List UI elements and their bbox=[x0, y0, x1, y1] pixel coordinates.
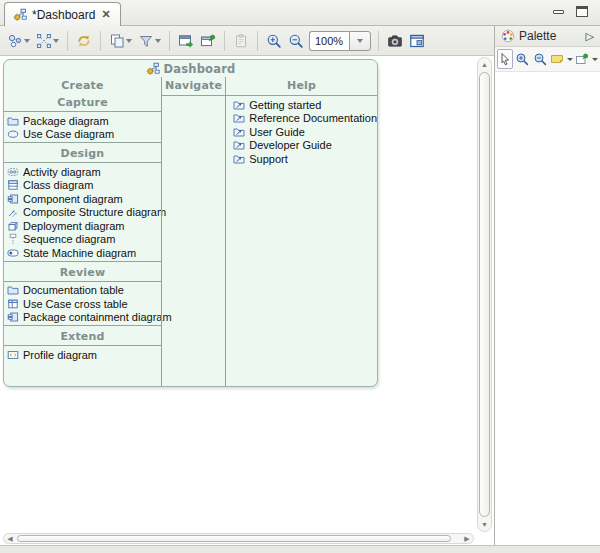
create-item-activity-diagram[interactable]: Activity diagram bbox=[4, 165, 161, 179]
image-tool-menu-icon[interactable] bbox=[592, 58, 598, 61]
paste-button bbox=[230, 29, 252, 53]
create-item-deployment-diagram[interactable]: Deployment diagram bbox=[4, 219, 161, 233]
new-diagram-menu-icon[interactable] bbox=[24, 39, 30, 43]
palette-zoom-out-tool[interactable] bbox=[532, 49, 548, 69]
column-header-help: Help bbox=[226, 77, 377, 95]
related-elements-button[interactable] bbox=[33, 29, 55, 53]
create-item-use-case-cross-table[interactable]: Use Case cross table bbox=[4, 297, 161, 311]
export-as-image-button[interactable] bbox=[175, 29, 197, 53]
column-create: Create Capture Package diagram Use bbox=[4, 77, 161, 386]
create-item-documentation-table[interactable]: Documentation table bbox=[4, 284, 161, 298]
switch-representation-icon bbox=[76, 33, 92, 49]
dashboard-panel: Dashboard Create Capture Package diagram bbox=[3, 59, 378, 387]
help-item-developer-guide[interactable]: Developer Guide bbox=[230, 139, 377, 153]
new-diagram-button[interactable] bbox=[4, 29, 26, 53]
zoom-out-button[interactable] bbox=[285, 29, 307, 53]
help-item-user-guide[interactable]: User Guide bbox=[230, 125, 377, 139]
create-item-sequence-diagram[interactable]: Sequence diagram bbox=[4, 233, 161, 247]
zoom-out-icon bbox=[288, 33, 304, 49]
class-diagram-icon bbox=[7, 179, 19, 191]
section-divider bbox=[4, 261, 161, 262]
vertical-scrollbar-thumb[interactable] bbox=[479, 72, 490, 517]
scroll-left-icon[interactable]: ◀ bbox=[4, 534, 16, 543]
horizontal-scrollbar-thumb[interactable] bbox=[17, 535, 451, 542]
create-item-use-case-diagram[interactable]: Use Case diagram bbox=[4, 128, 161, 142]
copy-appearance-button[interactable] bbox=[106, 29, 128, 53]
help-link-icon bbox=[233, 126, 245, 138]
composite-structure-diagram-icon bbox=[7, 206, 19, 218]
camera-icon bbox=[387, 33, 403, 49]
maximize-view-icon[interactable] bbox=[576, 6, 588, 17]
palette-icon bbox=[501, 29, 515, 43]
section-header-capture: Capture bbox=[4, 95, 161, 111]
zoom-in-icon bbox=[266, 33, 282, 49]
switch-representation-button[interactable] bbox=[73, 29, 95, 53]
snapshot-button[interactable] bbox=[384, 29, 406, 53]
section-divider bbox=[162, 95, 225, 96]
zoom-level-value[interactable]: 100% bbox=[309, 31, 349, 51]
related-elements-menu-icon[interactable] bbox=[53, 39, 59, 43]
note-icon bbox=[550, 52, 564, 66]
help-item-reference-documentation[interactable]: Reference Documentation bbox=[230, 112, 377, 126]
attach-image-button[interactable] bbox=[197, 29, 219, 53]
diagram-canvas[interactable]: Dashboard Create Capture Package diagram bbox=[0, 56, 494, 545]
section-header-extend: Extend bbox=[4, 329, 161, 345]
palette-zoom-in-tool[interactable] bbox=[514, 49, 530, 69]
component-diagram-icon bbox=[7, 193, 19, 205]
vertical-scrollbar[interactable]: ▲ ▼ bbox=[477, 57, 492, 532]
palette-header[interactable]: Palette ▷ bbox=[495, 26, 600, 47]
column-navigate: Navigate bbox=[161, 77, 225, 386]
scroll-down-icon[interactable]: ▼ bbox=[478, 518, 491, 531]
copy-appearance-icon bbox=[109, 33, 125, 49]
column-header-create: Create bbox=[4, 77, 161, 95]
tab-close-icon[interactable]: ✕ bbox=[100, 8, 111, 21]
tab-dashboard[interactable]: *Dashboard ✕ bbox=[4, 2, 121, 26]
create-item-state-machine-diagram[interactable]: State Machine diagram bbox=[4, 246, 161, 260]
create-item-profile-diagram[interactable]: Profile diagram bbox=[4, 348, 161, 362]
help-item-support[interactable]: Support bbox=[230, 152, 377, 166]
copy-appearance-menu-icon[interactable] bbox=[126, 39, 132, 43]
use-case-cross-table-icon bbox=[7, 298, 19, 310]
use-case-diagram-icon bbox=[7, 128, 19, 140]
scroll-right-icon[interactable]: ▶ bbox=[461, 534, 473, 543]
dashboard-model-icon bbox=[146, 62, 160, 76]
help-item-getting-started[interactable]: Getting started bbox=[230, 98, 377, 112]
image-tool[interactable] bbox=[574, 49, 590, 69]
section-divider bbox=[4, 325, 161, 326]
zoom-level-dropdown-button[interactable] bbox=[349, 31, 371, 51]
paste-icon bbox=[233, 33, 249, 49]
window-bottom-edge bbox=[0, 545, 600, 553]
section-divider bbox=[4, 142, 161, 143]
overview-button[interactable] bbox=[406, 29, 428, 53]
create-item-package-diagram[interactable]: Package diagram bbox=[4, 114, 161, 128]
section-header-review: Review bbox=[4, 265, 161, 281]
filter-button[interactable] bbox=[135, 29, 157, 53]
sequence-diagram-icon bbox=[7, 233, 19, 245]
chevron-down-icon bbox=[357, 39, 363, 43]
note-tool-menu-icon[interactable] bbox=[567, 58, 573, 61]
filter-menu-icon[interactable] bbox=[155, 39, 161, 43]
zoom-out-icon bbox=[533, 52, 547, 66]
create-item-package-containment-diagram[interactable]: Package containment diagram bbox=[4, 311, 161, 325]
deployment-diagram-icon bbox=[7, 220, 19, 232]
help-link-icon bbox=[233, 139, 245, 151]
create-item-composite-structure-diagram[interactable]: Composite Structure diagram bbox=[4, 206, 161, 220]
documentation-table-icon bbox=[7, 284, 19, 296]
horizontal-scrollbar[interactable]: ◀ ▶ bbox=[3, 533, 474, 544]
zoom-in-icon bbox=[515, 52, 529, 66]
select-tool[interactable] bbox=[497, 49, 513, 69]
new-diagram-icon bbox=[7, 33, 23, 49]
palette-collapse-icon[interactable]: ▷ bbox=[586, 30, 594, 43]
dashboard-model-icon bbox=[13, 8, 27, 22]
zoom-in-button[interactable] bbox=[263, 29, 285, 53]
scroll-up-icon[interactable]: ▲ bbox=[478, 58, 491, 71]
package-diagram-icon bbox=[7, 115, 19, 127]
minimize-view-icon[interactable] bbox=[553, 10, 564, 14]
create-item-class-diagram[interactable]: Class diagram bbox=[4, 179, 161, 193]
create-item-component-diagram[interactable]: Component diagram bbox=[4, 192, 161, 206]
dashboard-panel-title: Dashboard bbox=[4, 60, 377, 77]
export-as-image-icon bbox=[178, 33, 194, 49]
toolbar-separator bbox=[100, 31, 101, 51]
zoom-level-select[interactable]: 100% bbox=[309, 31, 371, 51]
note-tool[interactable] bbox=[549, 49, 565, 69]
